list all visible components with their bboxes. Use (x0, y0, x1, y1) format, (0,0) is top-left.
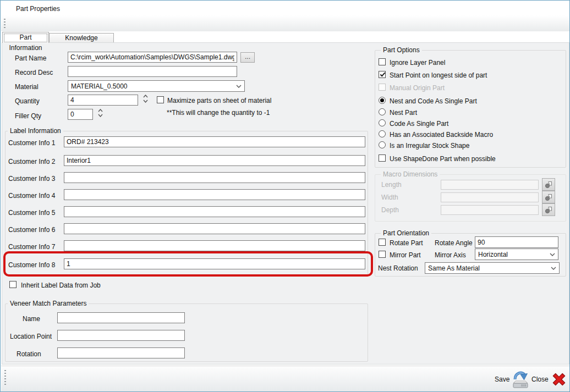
mirror-axis-label: Mirror Axis (435, 251, 466, 259)
label-information-group (5, 131, 368, 275)
nest-and-code-single-part-radio[interactable] (379, 97, 386, 104)
ignore-layer-panel-label: Ignore Layer Panel (390, 59, 445, 67)
veneer-rotation-label: Rotation (17, 350, 41, 358)
close-button-label: Close (531, 376, 549, 383)
tab-part-information[interactable]: Part Information (2, 32, 49, 43)
nest-part-radio[interactable] (379, 108, 386, 115)
macro-depth-label: Depth (381, 206, 399, 214)
customer-info-8-label: Customer Info 8 (8, 261, 55, 269)
irregular-stock-shape-radio[interactable] (379, 141, 386, 148)
chevron-down-icon (550, 253, 555, 256)
rotate-part-checkbox[interactable] (379, 239, 386, 246)
part-name-input[interactable] (68, 52, 237, 63)
part-orientation-title: Part Orientation (381, 229, 431, 237)
customer-info-3-label: Customer Info 3 (8, 175, 55, 183)
save-button-label: Save (495, 376, 509, 383)
chevron-down-icon (236, 85, 242, 88)
macro-length-input (441, 180, 539, 190)
close-x-icon (551, 371, 567, 388)
save-button[interactable]: Save (495, 368, 529, 390)
chevron-down-icon (143, 100, 148, 103)
macro-width-input (441, 192, 539, 202)
customer-info-5-input[interactable] (64, 206, 365, 217)
code-as-single-part-label: Code As Single Part (390, 120, 448, 128)
quantity-label: Quantity (15, 97, 40, 105)
maximize-parts-label: Maximize parts on sheet of material (167, 97, 271, 104)
quantity-input[interactable] (68, 95, 138, 106)
veneer-location-point-label: Location Point (10, 333, 52, 340)
nest-rotation-label: Nest Rotation (378, 264, 418, 272)
customer-info-6-input[interactable] (64, 223, 365, 234)
part-properties-dialog: Part Properties Part Information Knowled… (0, 0, 570, 392)
customer-info-7-input[interactable] (64, 240, 365, 251)
backside-macro-label: Has an Associated Backside Macro (390, 131, 493, 139)
label-information-title: Label Information (8, 127, 63, 135)
customer-info-2-input[interactable] (64, 155, 365, 166)
nest-part-label: Nest Part (390, 109, 417, 117)
tab-knowledge-information[interactable]: Knowledge Information (49, 33, 114, 42)
chevron-down-icon (98, 114, 103, 117)
rotate-part-label: Rotate Part (390, 239, 423, 247)
material-label: Material (15, 83, 39, 91)
rotate-angle-input[interactable] (475, 236, 558, 248)
use-shapedone-checkbox[interactable] (379, 154, 386, 162)
ignore-layer-panel-checkbox[interactable] (379, 58, 386, 65)
code-as-single-part-radio[interactable] (379, 119, 386, 126)
filler-qty-input[interactable] (68, 109, 93, 120)
customer-info-8-input[interactable] (64, 258, 365, 269)
nest-and-code-single-part-label: Nest and Code As Single Part (390, 97, 477, 105)
macro-width-label: Width (381, 194, 398, 201)
manual-origin-part-label: Manual Origin Part (390, 84, 445, 92)
backside-macro-radio[interactable] (379, 130, 386, 137)
inherit-label-data-checkbox[interactable] (9, 281, 17, 288)
window-title: Part Properties (16, 5, 60, 13)
customer-info-2-label: Customer Info 2 (8, 158, 55, 165)
mirror-part-label: Mirror Part (390, 251, 421, 259)
customer-info-3-input[interactable] (64, 172, 365, 183)
quantity-stepper[interactable] (141, 95, 149, 103)
pick-width-button (542, 191, 555, 203)
irregular-stock-shape-label: Is an Irregular Stock Shape (390, 142, 469, 150)
close-button[interactable]: Close (531, 368, 567, 390)
customer-info-4-input[interactable] (64, 189, 365, 200)
part-options-title: Part Options (381, 46, 422, 54)
toolstrip-grip-icon[interactable] (4, 19, 6, 29)
pick-length-button (542, 178, 555, 191)
toolstrip-grip-icon[interactable] (4, 370, 6, 387)
start-point-longest-side-label: Start Point on longest side of part (390, 71, 487, 79)
maximize-parts-checkbox[interactable] (157, 96, 164, 103)
record-desc-input[interactable] (68, 66, 237, 77)
customer-info-1-label: Customer Info 1 (8, 139, 55, 147)
filler-qty-label: Filler Qty (15, 112, 41, 120)
rotate-angle-label: Rotate Angle (435, 239, 473, 247)
pick-dimension-icon (545, 181, 552, 189)
mirror-part-checkbox[interactable] (379, 251, 386, 258)
veneer-rotation-input[interactable] (57, 347, 185, 358)
quantity-note: **This will change the quantity to -1 (167, 109, 270, 117)
nest-rotation-dropdown[interactable]: Same As Material (425, 262, 560, 274)
top-toolstrip (1, 15, 569, 31)
veneer-location-point-input[interactable] (57, 330, 185, 341)
inherit-label-data-label: Inherit Label Data from Job (21, 281, 101, 289)
mirror-axis-dropdown[interactable]: Horizontal (475, 249, 558, 260)
filler-qty-stepper[interactable] (96, 109, 104, 117)
manual-origin-part-checkbox (379, 84, 386, 91)
macro-dimensions-title: Macro Dimensions (381, 170, 440, 178)
pick-dimension-icon (545, 194, 552, 201)
macro-length-label: Length (381, 181, 402, 189)
chevron-up-icon (98, 109, 103, 112)
chevron-up-icon (143, 95, 148, 98)
veneer-name-input[interactable] (57, 312, 185, 323)
footer-toolstrip: Save Close (1, 366, 569, 391)
customer-info-7-label: Customer Info 7 (8, 243, 55, 251)
mirror-axis-value: Horizontal (478, 251, 508, 258)
browse-button[interactable]: ... (240, 52, 255, 63)
material-dropdown[interactable]: MATERIAL_0.5000 (68, 80, 245, 92)
customer-info-5-label: Customer Info 5 (8, 209, 55, 217)
pick-dimension-icon (545, 206, 552, 214)
customer-info-1-input[interactable] (64, 136, 365, 147)
start-point-longest-side-checkbox[interactable] (379, 71, 386, 78)
material-dropdown-value: MATERIAL_0.5000 (71, 82, 128, 90)
nest-rotation-value: Same As Material (428, 264, 480, 272)
record-desc-label: Record Desc (15, 69, 53, 76)
